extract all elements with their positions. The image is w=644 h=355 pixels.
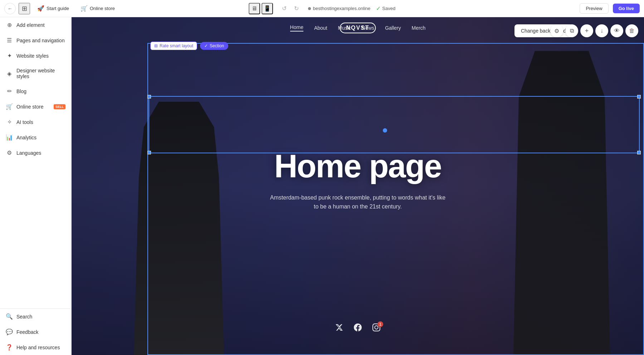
undo-redo-group: ↺ ↻ [279,3,302,14]
desktop-icon: 🖥 [252,5,257,12]
sidebar-item-search[interactable]: 🔍 Search [0,309,71,324]
ai-icon: ✧ [6,119,13,125]
sidebar-label-languages: Languages [16,150,65,156]
settings-tool-icon: ⚙ [554,28,559,34]
styles-icon: ✦ [6,52,13,59]
undo-button[interactable]: ↺ [279,3,290,14]
sidebar: ⊕ Add element ☰ Pages and navigation ✦ W… [0,17,72,355]
sidebar-label-online-store: Online store [16,104,50,110]
sidebar-item-website-styles[interactable]: ✦ Website styles [0,48,71,63]
sidebar-label-feedback: Feedback [16,329,65,335]
rate-smart-label: Rate smart layout [160,43,193,48]
move-down-icon: ↓ [600,28,603,34]
sidebar-item-designer-styles[interactable]: ◈ Designer website styles [0,63,71,83]
search-icon: 🔍 [6,313,13,320]
go-live-label: Go live [619,6,634,11]
sidebar-item-add-element[interactable]: ⊕ Add element [0,17,71,33]
help-icon: ❓ [6,344,13,351]
cart-icon: 🛒 [80,5,88,12]
sell-badge: SELL [54,104,65,109]
sidebar-label-help-resources: Help and resources [16,345,65,350]
sidebar-label-designer-styles: Designer website styles [16,68,65,79]
store-icon: 🛒 [6,103,13,110]
saved-status: ✓ Saved [376,5,395,12]
device-switcher: 🖥 📱 [249,3,273,14]
section-toolbar: ⊞ Rate smart layout ✓ Section [150,42,228,50]
topbar-left: ← ⊞ 🚀 Start guide 🛒 Online store [4,3,246,14]
sidebar-item-languages[interactable]: ⚙ Languages [0,145,71,160]
settings-tool-button[interactable]: ⚙ [550,24,563,37]
sidebar-item-feedback[interactable]: 💬 Feedback [0,324,71,340]
duplicate-tool-icon: ⧉ [570,28,574,34]
mobile-icon: 📱 [264,5,271,12]
sidebar-item-blog[interactable]: ✏ Blog [0,83,71,99]
sidebar-label-add-element: Add element [16,22,65,28]
topbar-center: 🖥 📱 ↺ ↻ besthostingexamples.online ✓ Sav… [249,3,395,14]
pages-icon: ☰ [6,37,13,44]
sidebar-label-blog: Blog [16,88,65,94]
canvas-toolbar: ⚙ ⧉ + ↓ 👁 🗑 [550,24,638,37]
saved-checkmark-icon: ✓ [376,5,381,12]
layout-icon: ⊞ [22,5,27,13]
eye-icon: 👁 [614,28,620,34]
sidebar-label-analytics: Analytics [16,135,65,140]
nav-link-music[interactable]: Music [338,25,351,31]
feedback-icon: 💬 [6,328,13,335]
social-icons-bar: 1 [335,323,380,334]
sidebar-item-analytics[interactable]: 📊 Analytics [0,130,71,145]
add-tool-icon: + [585,27,589,35]
add-tool-button[interactable]: + [580,24,593,37]
sidebar-item-online-store[interactable]: 🛒 Online store SELL [0,99,71,114]
plus-icon: ⊕ [6,21,13,28]
preview-label: Preview [586,6,602,11]
sidebar-spacer [0,160,71,308]
online-store-label: Online store [90,6,115,11]
mobile-device-button[interactable]: 📱 [262,3,273,14]
nav-link-news[interactable]: News [362,25,374,31]
sidebar-item-pages-navigation[interactable]: ☰ Pages and navigation [0,33,71,48]
sidebar-item-help-resources[interactable]: ❓ Help and resources [0,340,71,355]
analytics-icon: 📊 [6,134,13,141]
nav-link-about[interactable]: About [314,25,327,31]
person-left-silhouette [129,102,229,355]
desktop-device-button[interactable]: 🖥 [249,3,260,14]
site-title[interactable]: Home page [129,150,587,182]
online-store-button[interactable]: 🛒 Online store [76,3,119,14]
nav-link-gallery[interactable]: Gallery [385,25,401,31]
visibility-tool-button[interactable]: 👁 [610,24,623,37]
go-live-button[interactable]: Go live [613,4,640,13]
move-down-tool-button[interactable]: ↓ [595,24,608,37]
twitter-icon[interactable] [335,323,343,334]
start-guide-button[interactable]: 🚀 Start guide [33,3,73,14]
layout-icon-button[interactable]: ⊞ [19,3,30,14]
domain-area: besthostingexamples.online [308,6,370,11]
duplicate-tool-button[interactable]: ⧉ [565,24,578,37]
languages-icon: ⚙ [6,149,13,156]
preview-button[interactable]: Preview [580,3,608,14]
delete-tool-button[interactable]: 🗑 [625,24,638,37]
domain-status-dot [308,7,311,10]
back-button[interactable]: ← [4,3,16,14]
start-guide-label: Start guide [47,6,69,11]
instagram-icon[interactable]: 1 [372,323,380,334]
blog-icon: ✏ [6,88,13,95]
redo-button[interactable]: ↻ [291,3,302,14]
sidebar-bottom: 🔍 Search 💬 Feedback ❓ Help and resources [0,308,71,355]
sidebar-label-pages-navigation: Pages and navigation [16,38,65,43]
sidebar-label-ai-tools: AI tools [16,119,65,125]
topbar-right: Preview Go live [398,3,640,14]
section-pill: ✓ Section [200,42,228,50]
rocket-icon: 🚀 [37,5,44,12]
sidebar-item-ai-tools[interactable]: ✧ AI tools [0,114,71,130]
canvas-area[interactable]: NQVST Home About Music News Gallery Merc… [72,17,644,355]
rate-smart-layout-button[interactable]: ⊞ Rate smart layout [150,42,197,50]
nav-link-merch[interactable]: Merch [411,25,425,31]
saved-label: Saved [382,6,395,11]
main-layout: ⊕ Add element ☰ Pages and navigation ✦ W… [0,17,644,355]
nav-link-home[interactable]: Home [290,24,303,32]
section-check-icon: ✓ [204,43,208,48]
topbar: ← ⊞ 🚀 Start guide 🛒 Online store 🖥 📱 ↺ ↻ [0,0,644,17]
sidebar-label-search: Search [16,314,65,320]
back-icon: ← [8,6,13,11]
facebook-icon[interactable] [354,323,362,334]
